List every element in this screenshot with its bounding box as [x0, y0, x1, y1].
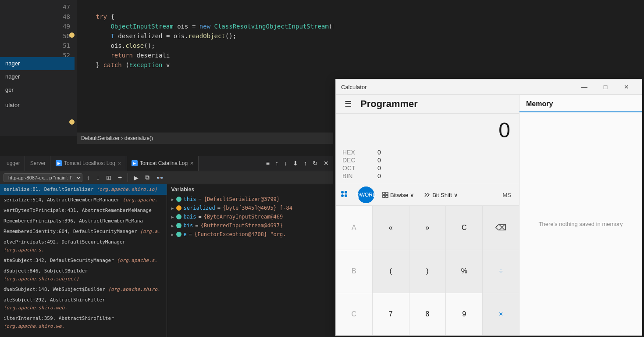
var-row-e[interactable]: ▶ e = {FunctorException@4708} "org.: [167, 230, 334, 239]
key-8[interactable]: 8: [409, 293, 446, 335]
ms-button[interactable]: MS: [499, 190, 515, 200]
line-50: 50: [0, 31, 77, 41]
minimize-button[interactable]: —: [574, 80, 594, 93]
calculator-window: Calculator — □ ✕ ☰ Programmer 0 HEX 0 DE…: [335, 79, 642, 336]
calculator-result: 0: [498, 118, 510, 142]
step-down-btn[interactable]: ↓: [94, 173, 102, 182]
stack-item-0[interactable]: serialize:81, DefaultSerializer (org.apa…: [0, 184, 167, 195]
qword-btn[interactable]: QWORD: [358, 186, 374, 203]
var-row-bais[interactable]: ▶ bais = {ByteArrayInputStream@469: [167, 212, 334, 221]
glasses-btn[interactable]: 👓: [154, 173, 166, 182]
code-line-51: ois.close();: [81, 41, 333, 50]
export-icon[interactable]: ⬇: [291, 159, 300, 168]
key-A[interactable]: A: [336, 206, 372, 250]
tab-tomcat-catalina[interactable]: ▶ Tomcat Catalina Log ✕: [127, 156, 199, 171]
tab-close-catalina[interactable]: ✕: [190, 161, 194, 166]
sidebar-item-ulator[interactable]: ulator: [0, 99, 75, 112]
tab-server[interactable]: Server: [26, 156, 50, 171]
key-backspace[interactable]: ⌫: [483, 206, 519, 250]
key-divide[interactable]: ÷: [483, 250, 519, 292]
close-panel-icon[interactable]: ✕: [321, 159, 331, 168]
key-percent[interactable]: %: [446, 250, 482, 292]
sidebar-item-ger[interactable]: ger: [0, 83, 75, 97]
stack-item-10[interactable]: ilterInternal:359, AbstractShiroFilter (…: [0, 313, 167, 332]
var-expander-bis[interactable]: ▶: [171, 223, 174, 228]
key-clear[interactable]: C: [446, 206, 482, 250]
tab-server-label: Server: [30, 160, 46, 166]
var-expander-this[interactable]: ▶: [171, 197, 174, 202]
key-close-paren[interactable]: ): [409, 250, 446, 292]
upload-icon[interactable]: ↑: [302, 159, 309, 168]
stack-item-5[interactable]: olvePrincipals:492, DefaultSecurityManag…: [0, 237, 167, 255]
svg-point-2: [341, 194, 344, 197]
menu-button[interactable]: ☰: [342, 99, 354, 109]
var-value-bis: {BufferedInputStream@4697}: [200, 222, 283, 229]
svg-rect-5: [386, 192, 388, 194]
var-expander-e[interactable]: ▶: [171, 232, 174, 237]
rotate-icon[interactable]: ↻: [310, 159, 320, 168]
calculator-mode-title: Programmer: [360, 98, 418, 110]
up-icon[interactable]: ↑: [273, 159, 281, 168]
var-value-serialized: {byte[3045]@4695} [-84: [223, 205, 292, 211]
key-7[interactable]: 7: [373, 293, 409, 335]
sidebar-item-manager1[interactable]: nager: [0, 57, 75, 70]
stack-item-7[interactable]: dSubject:846, Subject$Builder (org.apach…: [0, 266, 167, 284]
line-49: 49: [0, 22, 77, 31]
stack-text-2: vertBytesToPrincipals:431, AbstractRemem…: [4, 208, 152, 213]
sidebar-item-manager2[interactable]: nager: [0, 70, 75, 83]
step-up-btn[interactable]: ↑: [85, 173, 92, 182]
bitwise-chevron: ∨: [410, 192, 414, 198]
stack-item-1[interactable]: serialize:514, AbstractRememberMeManager…: [0, 195, 167, 205]
variables-header: Variables: [167, 184, 334, 195]
key-C[interactable]: C: [336, 293, 372, 335]
window-buttons: — □ ✕: [574, 80, 637, 93]
bitshift-icon: [423, 192, 431, 198]
maximize-button[interactable]: □: [595, 80, 616, 93]
thread-selector[interactable]: http-apr-8087-ex... p "main": RUNNING: [4, 173, 82, 182]
tab-close-localhost[interactable]: ✕: [117, 161, 121, 166]
tab-debugger[interactable]: ugger: [2, 156, 25, 171]
close-button[interactable]: ✕: [616, 80, 637, 93]
memory-panel: Memory There's nothing saved in memory: [519, 95, 642, 335]
copy-btn[interactable]: ⧉: [143, 173, 152, 182]
svg-point-0: [341, 191, 344, 194]
bitwise-label: Bitwise: [390, 192, 408, 198]
stack-item-8[interactable]: dWebSubject:148, WebSubject$Builder (org…: [0, 284, 167, 295]
align-icon[interactable]: ≡: [264, 159, 272, 168]
var-icon-bis: [176, 223, 181, 228]
bitshift-button[interactable]: Bit Shift ∨: [420, 190, 462, 200]
expand-btn[interactable]: ▶: [132, 173, 141, 182]
var-name-e: e: [184, 231, 187, 237]
stack-item-2[interactable]: vertBytesToPrincipals:431, AbstractRemem…: [0, 205, 167, 216]
filter-btn[interactable]: ⊞: [104, 173, 114, 182]
var-expander-serialized[interactable]: ▶: [171, 206, 174, 211]
stack-item-6[interactable]: ateSubject:342, DefaultSecurityManager (…: [0, 255, 167, 266]
var-row-this[interactable]: ▶ this = {DefaultSerializer@3799}: [167, 195, 334, 204]
var-row-serialized[interactable]: ▶ serialized = {byte[3045]@4695} [-84: [167, 204, 334, 212]
down-icon[interactable]: ↓: [282, 159, 289, 168]
var-icon-e: [176, 232, 181, 237]
calculator-title: Calculator: [341, 84, 367, 90]
call-stack: serialize:81, DefaultSerializer (org.apa…: [0, 184, 167, 337]
oct-value: 0: [377, 165, 512, 172]
bitwise-button[interactable]: Bitwise ∨: [379, 190, 418, 200]
key-rshift[interactable]: »: [409, 206, 446, 250]
calculator-display: 0: [336, 114, 519, 147]
var-row-bis[interactable]: ▶ bis = {BufferedInputStream@4697}: [167, 221, 334, 230]
key-9[interactable]: 9: [446, 293, 482, 335]
stack-item-3[interactable]: RememberedPrincipals:396, AbstractRememb…: [0, 216, 167, 226]
code-line-48: try {: [81, 12, 333, 22]
stack-item-9[interactable]: ateSubject:292, AbstractShiroFilter (org…: [0, 295, 167, 313]
key-B[interactable]: B: [336, 250, 372, 292]
key-multiply[interactable]: ×: [483, 293, 519, 335]
key-open-paren[interactable]: (: [373, 250, 409, 292]
tab-tomcat-localhost[interactable]: ▶ Tomcat Localhost Log ✕: [51, 156, 126, 171]
hex-value: 0: [377, 149, 512, 156]
var-expander-bais[interactable]: ▶: [171, 215, 174, 219]
stack-text-7: dSubject:846, Subject$Builder: [4, 268, 88, 274]
add-btn[interactable]: +: [116, 173, 124, 183]
key-lshift[interactable]: «: [373, 206, 409, 250]
mode-toolbar: QWORD Bitwise ∨: [336, 184, 519, 206]
stack-item-4[interactable]: RememberedIdentity:604, DefaultSecurityM…: [0, 226, 167, 237]
bin-value: 0: [377, 172, 512, 179]
